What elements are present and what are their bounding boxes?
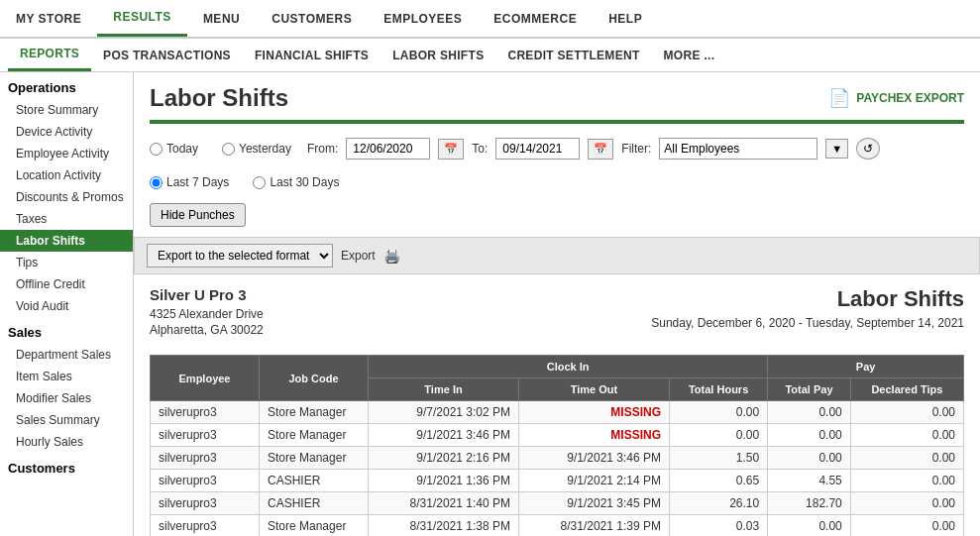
- sidebar-item-tips[interactable]: Tips: [0, 252, 133, 273]
- th-declared-tips: Declared Tips: [850, 378, 963, 401]
- th-job-code: Job Code: [260, 356, 369, 401]
- report-title-text: Labor Shifts: [651, 286, 964, 312]
- green-divider: [150, 120, 964, 124]
- table-cell: 8/31/2021 1:38 PM: [369, 515, 519, 537]
- nav-my-store[interactable]: MY STORE: [0, 2, 97, 36]
- date-radio-group: Today Yesterday: [150, 142, 291, 156]
- from-label: From:: [307, 142, 338, 156]
- business-address-line1: 4325 Alexander Drive: [150, 307, 264, 321]
- sidebar-item-department-sales[interactable]: Department Sales: [0, 344, 133, 366]
- table-cell: 0.00: [850, 447, 963, 470]
- filter-section: Today Yesterday From: 📅 To: 📅 Filter: ▼: [134, 128, 980, 237]
- sidebar-item-offline-credit[interactable]: Offline Credit: [0, 273, 133, 295]
- from-date-input[interactable]: [346, 138, 430, 160]
- sidebar-item-labor-shifts[interactable]: Labor Shifts: [0, 230, 133, 252]
- sidebar-item-void-audit[interactable]: Void Audit: [0, 295, 133, 317]
- table-cell: 0.00: [850, 401, 963, 424]
- subnav-financial-shifts[interactable]: FINANCIAL SHIFTS: [243, 41, 381, 70]
- th-total-hours: Total Hours: [670, 378, 768, 401]
- report-area: Silver U Pro 3 4325 Alexander Drive Alph…: [134, 274, 980, 536]
- th-pay-group: Pay: [768, 356, 964, 378]
- table-cell: silverupro3: [151, 401, 260, 424]
- refresh-button[interactable]: ↺: [856, 138, 880, 160]
- table-cell: 0.00: [768, 401, 851, 424]
- sidebar-item-item-sales[interactable]: Item Sales: [0, 366, 133, 387]
- table-cell: 0.00: [670, 424, 768, 447]
- table-cell: 0.00: [850, 424, 963, 447]
- report-title-block: Labor Shifts Sunday, December 6, 2020 - …: [651, 286, 964, 339]
- page-header: Labor Shifts 📄 PAYCHEX EXPORT: [134, 72, 980, 116]
- table-cell: 8/31/2021 1:39 PM: [519, 515, 670, 537]
- print-button[interactable]: 🖨️: [383, 248, 400, 264]
- sidebar-item-location-activity[interactable]: Location Activity: [0, 164, 133, 186]
- report-header: Silver U Pro 3 4325 Alexander Drive Alph…: [150, 286, 964, 339]
- sidebar-item-discounts-promos[interactable]: Discounts & Promos: [0, 186, 133, 208]
- export-button[interactable]: Export: [341, 249, 376, 263]
- radio-today[interactable]: Today: [150, 142, 198, 156]
- table-cell: 1.50: [670, 447, 768, 470]
- to-calendar-button[interactable]: 📅: [588, 139, 613, 160]
- nav-help[interactable]: HELP: [593, 2, 658, 36]
- subnav-pos-transactions[interactable]: POS TRANSACTIONS: [91, 41, 243, 70]
- sidebar-section-operations: Operations: [0, 72, 133, 99]
- paychex-export-button[interactable]: 📄 PAYCHEX EXPORT: [828, 87, 964, 109]
- nav-ecommerce[interactable]: ECOMMERCE: [478, 2, 593, 36]
- th-employee: Employee: [151, 356, 260, 401]
- sidebar-item-device-activity[interactable]: Device Activity: [0, 121, 133, 143]
- th-time-out: Time Out: [519, 378, 670, 401]
- sidebar-item-hourly-sales[interactable]: Hourly Sales: [0, 431, 133, 453]
- export-format-select[interactable]: Export to the selected format: [147, 244, 333, 268]
- th-time-in: Time In: [369, 378, 519, 401]
- table-cell: 0.65: [670, 470, 768, 492]
- table-cell: 0.00: [670, 401, 768, 424]
- table-cell: 0.00: [768, 447, 851, 470]
- nav-employees[interactable]: EMPLOYEES: [368, 2, 478, 36]
- sidebar-item-modifier-sales[interactable]: Modifier Sales: [0, 387, 133, 409]
- subnav-credit-settlement[interactable]: CREDIT SETTLEMENT: [495, 41, 651, 70]
- table-cell: 0.00: [850, 492, 963, 515]
- table-cell: CASHIER: [260, 492, 369, 515]
- table-cell: MISSING: [519, 401, 670, 424]
- export-bar: Export to the selected format Export 🖨️: [134, 237, 980, 274]
- nav-results[interactable]: RESULTS: [97, 0, 187, 37]
- sidebar-item-sales-summary[interactable]: Sales Summary: [0, 409, 133, 431]
- table-cell: Store Manager: [260, 447, 369, 470]
- date-radio-group2: Last 7 Days Last 30 Days: [150, 175, 339, 189]
- table-cell: CASHIER: [260, 470, 369, 492]
- filter-employees-input[interactable]: [659, 138, 817, 160]
- nav-menu[interactable]: MENU: [187, 2, 256, 36]
- from-calendar-button[interactable]: 📅: [438, 139, 464, 160]
- subnav-reports[interactable]: REPORTS: [8, 39, 91, 71]
- document-icon: 📄: [828, 87, 850, 109]
- filter-dropdown-button[interactable]: ▼: [825, 139, 848, 159]
- sidebar-item-employee-activity[interactable]: Employee Activity: [0, 143, 133, 164]
- table-cell: 9/1/2021 3:45 PM: [519, 492, 670, 515]
- subnav-labor-shifts[interactable]: LABOR SHIFTS: [381, 41, 495, 70]
- table-cell: 26.10: [670, 492, 768, 515]
- to-date-input[interactable]: [495, 138, 580, 160]
- radio-last30[interactable]: Last 30 Days: [253, 175, 339, 189]
- table-cell: 182.70: [768, 492, 851, 515]
- table-cell: 0.03: [670, 515, 768, 537]
- content-area: Labor Shifts 📄 PAYCHEX EXPORT Today Yest…: [134, 72, 980, 536]
- table-cell: 9/7/2021 3:02 PM: [369, 401, 519, 424]
- to-label: To:: [472, 142, 488, 156]
- sidebar-item-taxes[interactable]: Taxes: [0, 208, 133, 230]
- sidebar-item-store-summary[interactable]: Store Summary: [0, 99, 133, 121]
- report-date-range: Sunday, December 6, 2020 - Tuesday, Sept…: [651, 316, 964, 330]
- table-row: silverupro3Store Manager9/1/2021 3:46 PM…: [151, 424, 964, 447]
- radio-yesterday[interactable]: Yesterday: [222, 142, 291, 156]
- business-info: Silver U Pro 3 4325 Alexander Drive Alph…: [150, 286, 264, 339]
- table-cell: 4.55: [768, 470, 851, 492]
- hide-punches-button[interactable]: Hide Punches: [150, 203, 246, 227]
- filter-label: Filter:: [621, 142, 651, 156]
- th-total-pay: Total Pay: [768, 378, 851, 401]
- sub-navigation: REPORTS POS TRANSACTIONS FINANCIAL SHIFT…: [0, 39, 980, 72]
- top-navigation: MY STORE RESULTS MENU CUSTOMERS EMPLOYEE…: [0, 0, 980, 39]
- subnav-more[interactable]: MORE ...: [652, 41, 727, 70]
- table-cell: silverupro3: [151, 424, 260, 447]
- radio-last7[interactable]: Last 7 Days: [150, 175, 229, 189]
- nav-customers[interactable]: CUSTOMERS: [256, 2, 368, 36]
- labor-shifts-table: Employee Job Code Clock In Pay Time In T…: [150, 355, 964, 536]
- table-cell: silverupro3: [151, 470, 260, 492]
